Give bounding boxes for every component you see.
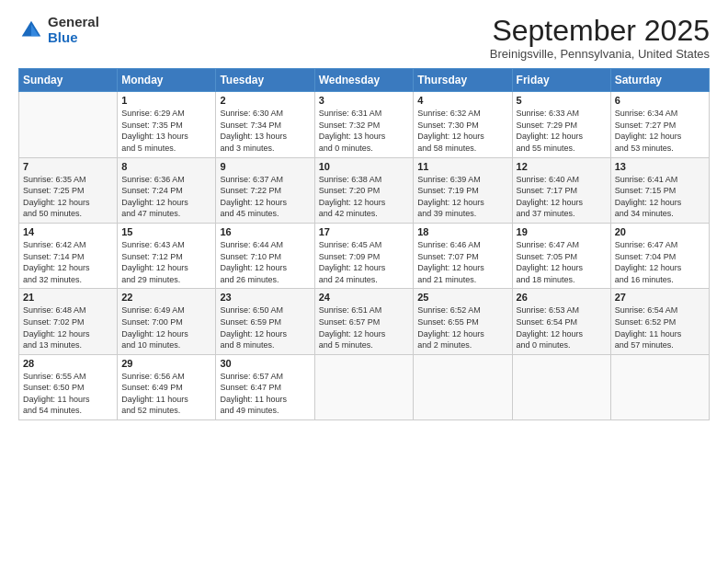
day-info: Sunrise: 6:42 AM Sunset: 7:14 PM Dayligh… bbox=[23, 239, 113, 285]
col-monday: Monday bbox=[118, 69, 216, 92]
logo-text: General Blue bbox=[48, 15, 99, 45]
col-tuesday: Tuesday bbox=[216, 69, 314, 92]
day-info: Sunrise: 6:52 AM Sunset: 6:55 PM Dayligh… bbox=[417, 304, 507, 350]
calendar-cell: 7Sunrise: 6:35 AM Sunset: 7:25 PM Daylig… bbox=[19, 157, 118, 223]
day-info: Sunrise: 6:31 AM Sunset: 7:32 PM Dayligh… bbox=[319, 108, 410, 154]
calendar-week-1: 1Sunrise: 6:29 AM Sunset: 7:35 PM Daylig… bbox=[19, 92, 710, 157]
col-wednesday: Wednesday bbox=[314, 69, 414, 92]
day-info: Sunrise: 6:40 AM Sunset: 7:17 PM Dayligh… bbox=[517, 174, 607, 220]
day-number: 29 bbox=[121, 358, 211, 369]
day-number: 5 bbox=[517, 95, 607, 106]
day-info: Sunrise: 6:37 AM Sunset: 7:22 PM Dayligh… bbox=[220, 174, 310, 220]
day-number: 27 bbox=[615, 292, 705, 303]
day-number: 4 bbox=[417, 95, 507, 106]
day-info: Sunrise: 6:56 AM Sunset: 6:49 PM Dayligh… bbox=[121, 371, 211, 417]
day-number: 20 bbox=[615, 226, 705, 237]
page: General Blue September 2025 Breinigsvill… bbox=[0, 0, 728, 563]
calendar-week-2: 7Sunrise: 6:35 AM Sunset: 7:25 PM Daylig… bbox=[19, 157, 710, 223]
day-info: Sunrise: 6:47 AM Sunset: 7:05 PM Dayligh… bbox=[517, 239, 607, 285]
calendar-cell: 11Sunrise: 6:39 AM Sunset: 7:19 PM Dayli… bbox=[414, 157, 512, 223]
title-block: September 2025 Breinigsville, Pennsylvan… bbox=[490, 15, 710, 61]
day-info: Sunrise: 6:36 AM Sunset: 7:24 PM Dayligh… bbox=[121, 174, 211, 220]
day-number: 14 bbox=[23, 226, 113, 237]
day-number: 3 bbox=[319, 95, 410, 106]
day-number: 24 bbox=[319, 292, 410, 303]
day-info: Sunrise: 6:35 AM Sunset: 7:25 PM Dayligh… bbox=[23, 174, 113, 220]
day-info: Sunrise: 6:51 AM Sunset: 6:57 PM Dayligh… bbox=[319, 304, 410, 350]
day-info: Sunrise: 6:53 AM Sunset: 6:54 PM Dayligh… bbox=[517, 304, 607, 350]
calendar-cell bbox=[512, 354, 610, 419]
day-number: 11 bbox=[417, 161, 507, 172]
calendar-cell: 12Sunrise: 6:40 AM Sunset: 7:17 PM Dayli… bbox=[512, 157, 610, 223]
calendar-cell bbox=[19, 92, 118, 157]
day-info: Sunrise: 6:30 AM Sunset: 7:34 PM Dayligh… bbox=[220, 108, 310, 154]
calendar-cell: 3Sunrise: 6:31 AM Sunset: 7:32 PM Daylig… bbox=[314, 92, 414, 157]
day-number: 19 bbox=[517, 226, 607, 237]
calendar-cell bbox=[414, 354, 512, 419]
calendar-cell bbox=[314, 354, 414, 419]
day-number: 12 bbox=[517, 161, 607, 172]
calendar-cell: 8Sunrise: 6:36 AM Sunset: 7:24 PM Daylig… bbox=[118, 157, 216, 223]
logo-icon bbox=[18, 17, 44, 43]
calendar-cell: 24Sunrise: 6:51 AM Sunset: 6:57 PM Dayli… bbox=[314, 289, 414, 354]
calendar-cell: 20Sunrise: 6:47 AM Sunset: 7:04 PM Dayli… bbox=[610, 223, 709, 288]
calendar-cell: 18Sunrise: 6:46 AM Sunset: 7:07 PM Dayli… bbox=[414, 223, 512, 288]
day-info: Sunrise: 6:34 AM Sunset: 7:27 PM Dayligh… bbox=[615, 108, 705, 154]
day-info: Sunrise: 6:54 AM Sunset: 6:52 PM Dayligh… bbox=[615, 304, 705, 350]
calendar-cell: 25Sunrise: 6:52 AM Sunset: 6:55 PM Dayli… bbox=[414, 289, 512, 354]
day-info: Sunrise: 6:38 AM Sunset: 7:20 PM Dayligh… bbox=[319, 174, 410, 220]
day-info: Sunrise: 6:32 AM Sunset: 7:30 PM Dayligh… bbox=[417, 108, 507, 154]
calendar-cell: 30Sunrise: 6:57 AM Sunset: 6:47 PM Dayli… bbox=[216, 354, 314, 419]
day-number: 2 bbox=[220, 95, 310, 106]
day-info: Sunrise: 6:46 AM Sunset: 7:07 PM Dayligh… bbox=[417, 239, 507, 285]
calendar-cell: 14Sunrise: 6:42 AM Sunset: 7:14 PM Dayli… bbox=[19, 223, 118, 288]
day-number: 28 bbox=[23, 358, 113, 369]
logo-general-text: General bbox=[48, 15, 99, 30]
day-number: 16 bbox=[220, 226, 310, 237]
month-year-title: September 2025 bbox=[490, 15, 710, 47]
day-number: 10 bbox=[319, 161, 410, 172]
day-info: Sunrise: 6:44 AM Sunset: 7:10 PM Dayligh… bbox=[220, 239, 310, 285]
calendar-cell: 29Sunrise: 6:56 AM Sunset: 6:49 PM Dayli… bbox=[118, 354, 216, 419]
calendar-cell: 4Sunrise: 6:32 AM Sunset: 7:30 PM Daylig… bbox=[414, 92, 512, 157]
calendar-cell: 23Sunrise: 6:50 AM Sunset: 6:59 PM Dayli… bbox=[216, 289, 314, 354]
day-number: 26 bbox=[517, 292, 607, 303]
day-info: Sunrise: 6:33 AM Sunset: 7:29 PM Dayligh… bbox=[517, 108, 607, 154]
calendar-header-row: Sunday Monday Tuesday Wednesday Thursday… bbox=[19, 69, 710, 92]
day-number: 23 bbox=[220, 292, 310, 303]
calendar-cell: 6Sunrise: 6:34 AM Sunset: 7:27 PM Daylig… bbox=[610, 92, 709, 157]
day-number: 13 bbox=[615, 161, 705, 172]
calendar-cell: 2Sunrise: 6:30 AM Sunset: 7:34 PM Daylig… bbox=[216, 92, 314, 157]
day-info: Sunrise: 6:41 AM Sunset: 7:15 PM Dayligh… bbox=[615, 174, 705, 220]
location-subtitle: Breinigsville, Pennsylvania, United Stat… bbox=[490, 47, 710, 61]
day-number: 22 bbox=[121, 292, 211, 303]
calendar-table: Sunday Monday Tuesday Wednesday Thursday… bbox=[18, 68, 710, 420]
day-info: Sunrise: 6:49 AM Sunset: 7:00 PM Dayligh… bbox=[121, 304, 211, 350]
calendar-cell: 10Sunrise: 6:38 AM Sunset: 7:20 PM Dayli… bbox=[314, 157, 414, 223]
day-number: 9 bbox=[220, 161, 310, 172]
day-number: 1 bbox=[121, 95, 211, 106]
header: General Blue September 2025 Breinigsvill… bbox=[18, 15, 710, 61]
calendar-cell: 13Sunrise: 6:41 AM Sunset: 7:15 PM Dayli… bbox=[610, 157, 709, 223]
day-number: 21 bbox=[23, 292, 113, 303]
calendar-cell: 1Sunrise: 6:29 AM Sunset: 7:35 PM Daylig… bbox=[118, 92, 216, 157]
day-number: 17 bbox=[319, 226, 410, 237]
calendar-cell: 9Sunrise: 6:37 AM Sunset: 7:22 PM Daylig… bbox=[216, 157, 314, 223]
day-number: 15 bbox=[121, 226, 211, 237]
calendar-cell: 5Sunrise: 6:33 AM Sunset: 7:29 PM Daylig… bbox=[512, 92, 610, 157]
calendar-week-3: 14Sunrise: 6:42 AM Sunset: 7:14 PM Dayli… bbox=[19, 223, 710, 288]
logo-blue-text: Blue bbox=[48, 30, 99, 46]
day-number: 18 bbox=[417, 226, 507, 237]
day-info: Sunrise: 6:45 AM Sunset: 7:09 PM Dayligh… bbox=[319, 239, 410, 285]
day-number: 30 bbox=[220, 358, 310, 369]
day-number: 7 bbox=[23, 161, 113, 172]
col-sunday: Sunday bbox=[19, 69, 118, 92]
col-saturday: Saturday bbox=[610, 69, 709, 92]
day-info: Sunrise: 6:29 AM Sunset: 7:35 PM Dayligh… bbox=[121, 108, 211, 154]
calendar-cell: 26Sunrise: 6:53 AM Sunset: 6:54 PM Dayli… bbox=[512, 289, 610, 354]
day-info: Sunrise: 6:50 AM Sunset: 6:59 PM Dayligh… bbox=[220, 304, 310, 350]
col-thursday: Thursday bbox=[414, 69, 512, 92]
day-number: 25 bbox=[417, 292, 507, 303]
calendar-cell bbox=[610, 354, 709, 419]
day-info: Sunrise: 6:57 AM Sunset: 6:47 PM Dayligh… bbox=[220, 371, 310, 417]
